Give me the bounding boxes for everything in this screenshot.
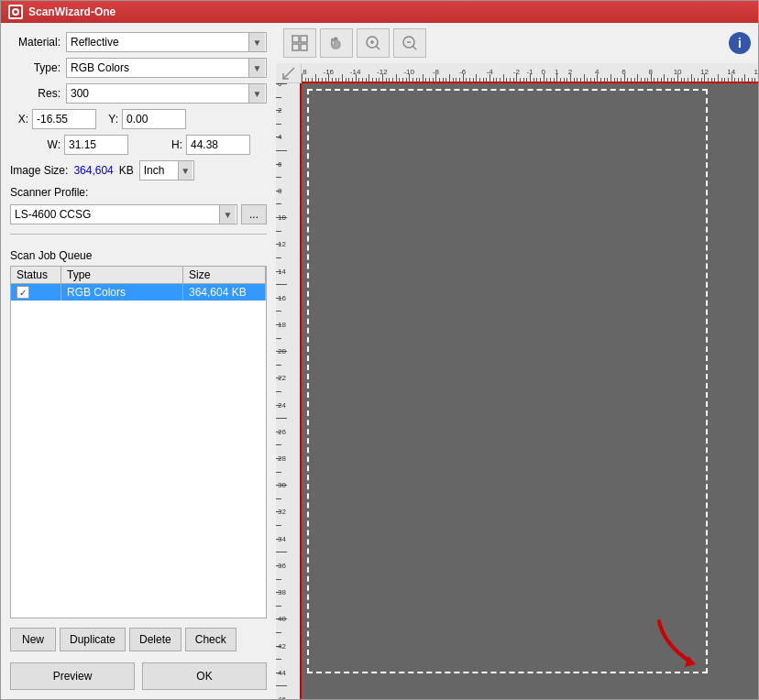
red-arrow [650,617,705,672]
kb-label: KB [119,164,134,177]
scan-canvas [302,83,758,699]
app-icon [8,5,23,19]
type-select-wrapper: RGB Colors Grayscale Black & White ▼ [66,58,267,78]
col-header-size: Size [183,267,266,283]
ruler-corner [276,63,302,83]
content-area: Material: Reflective Transparent ▼ Type:… [1,23,758,699]
material-select[interactable]: Reflective Transparent [66,32,267,52]
type-select[interactable]: RGB Colors Grayscale Black & White [66,58,267,78]
left-ruler: 0246810121416182022242628303234363840424… [276,83,302,699]
title-bar: ScanWizard-One [1,1,758,23]
toolbar: i [276,23,758,63]
image-size-value: 364,604 [73,164,113,177]
svg-rect-3 [292,36,299,42]
res-select[interactable]: 75 150 300 600 1200 [66,83,267,104]
grid-icon [291,34,309,52]
check-button[interactable]: Check [185,628,236,651]
zoom-out-icon-button[interactable] [393,28,426,58]
svg-line-14 [283,68,294,79]
left-ruler-inner: 0246810121416182022242628303234363840424… [276,83,300,699]
top-ruler: -18-16-14-12-10-8-6-4-2-101246810121416 [302,63,758,83]
type-row: Type: RGB Colors Grayscale Black & White… [10,58,267,78]
xy-row: X: Y: [10,109,267,129]
x-label: X: [10,113,28,126]
w-input[interactable] [64,135,128,155]
scan-inner [302,83,758,699]
dots-button[interactable]: ... [241,204,267,224]
col-header-type: Type [61,267,183,283]
right-panel: i -18-16-14-12-10-8-6-4-2-10124681012141… [276,23,758,699]
scanner-profile-select[interactable]: LS-4600 CCSG [10,204,237,224]
scanner-profile-select-wrapper: LS-4600 CCSG ▼ [10,204,237,224]
y-input[interactable] [122,109,186,129]
separator-1 [10,234,267,235]
delete-button[interactable]: Delete [129,628,182,651]
scan-job-queue-label: Scan Job Queue [10,249,267,262]
table-header: Status Type Size [11,267,266,284]
image-size-label: Image Size: [10,164,68,177]
row-checkbox[interactable]: ✓ [16,286,29,299]
job-button-row: New Duplicate Delete Check [10,628,267,651]
scan-job-table: Status Type Size ✓ RGB Colors 364,604 KB [10,266,267,618]
unit-select[interactable]: Inch cm mm [139,160,194,180]
scanner-profile-label: Scanner Profile: [10,186,88,199]
scan-job-queue-section: Scan Job Queue Status Type Size ✓ RGB Co… [10,244,267,690]
h-input[interactable] [186,135,250,155]
y-label: Y: [100,113,118,126]
svg-line-13 [413,47,417,50]
zoom-in-icon [364,34,382,52]
info-button[interactable]: i [729,32,751,54]
x-input[interactable] [32,109,96,129]
image-size-row: Image Size: 364,604 KB Inch cm mm ▼ [10,160,267,180]
w-label: W: [10,138,60,151]
title-text: ScanWizard-One [28,5,116,18]
type-label: Type: [10,61,60,74]
selection-rect [307,89,708,673]
material-label: Material: [10,36,60,49]
wh-row: W: H: [10,135,267,155]
svg-rect-4 [301,36,307,42]
table-cell-type: RGB Colors [61,284,183,301]
material-select-wrapper: Reflective Transparent ▼ [66,32,267,52]
table-cell-status: ✓ [11,284,61,301]
left-panel: Material: Reflective Transparent ▼ Type:… [1,23,276,699]
bottom-button-row: Preview OK [10,662,267,690]
hand-icon [327,34,346,52]
scanner-profile-label-row: Scanner Profile: [10,186,267,199]
table-cell-size: 364,604 KB [183,284,266,301]
grid-icon-button[interactable] [283,28,316,58]
preview-button[interactable]: Preview [10,662,135,690]
duplicate-button[interactable]: Duplicate [60,628,126,651]
res-row: Res: 75 150 300 600 1200 ▼ [10,83,267,104]
main-window: ScanWizard-One Material: Reflective Tran… [0,0,759,700]
res-label: Res: [10,87,60,100]
svg-rect-6 [301,44,307,50]
svg-rect-5 [292,44,299,50]
zoom-out-icon [401,34,419,52]
hand-icon-button[interactable] [320,28,353,58]
top-ruler-inner: -18-16-14-12-10-8-6-4-2-101246810121416 [302,63,758,82]
scan-area: -18-16-14-12-10-8-6-4-2-101246810121416 … [276,63,758,699]
svg-point-2 [14,10,17,14]
new-button[interactable]: New [10,628,56,651]
zoom-in-icon-button[interactable] [357,28,390,58]
h-label: H: [132,138,182,151]
table-row[interactable]: ✓ RGB Colors 364,604 KB [11,284,266,301]
col-header-status: Status [11,267,61,283]
ok-button[interactable]: OK [142,662,267,690]
scanner-profile-row: LS-4600 CCSG ▼ ... [10,204,267,224]
unit-select-wrapper: Inch cm mm ▼ [139,160,194,180]
material-row: Material: Reflective Transparent ▼ [10,32,267,52]
svg-line-10 [377,47,380,50]
res-select-wrapper: 75 150 300 600 1200 ▼ [66,83,267,104]
